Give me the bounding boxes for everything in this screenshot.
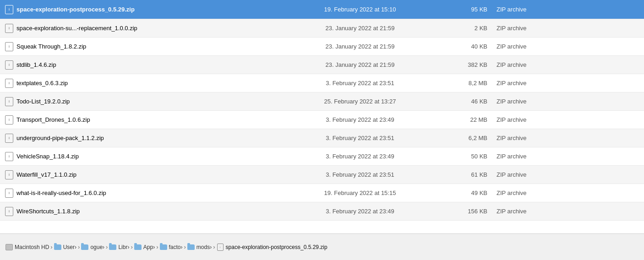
file-type: ZIP archive [493, 43, 640, 50]
folder-icon [54, 244, 61, 250]
breadcrumb-label: Libr› [118, 244, 129, 250]
statusbar: Macintosh HD›User››ogue››Libr››App››fact… [0, 233, 644, 260]
zip-file-icon: i [4, 134, 15, 143]
table-row[interactable]: iunderground-pipe-pack_1.1.2.zip3. Febru… [0, 129, 644, 147]
zip-icon: i [217, 244, 224, 250]
breadcrumb-separator: › [156, 244, 158, 250]
breadcrumb-label: mods› [196, 244, 212, 250]
table-row[interactable]: iTodo-List_19.2.0.zip25. February 2022 a… [0, 92, 644, 111]
file-type: ZIP archive [493, 98, 640, 105]
file-size: 6,2 MB [438, 135, 493, 141]
file-size: 46 KB [438, 98, 493, 105]
zip-file-icon: i [4, 97, 15, 106]
breadcrumb-item[interactable]: mods› [187, 244, 212, 250]
zip-file-icon: i [4, 24, 15, 33]
table-row[interactable]: istdlib_1.4.6.zip23. January 2022 at 21:… [0, 56, 644, 74]
breadcrumb-label: Macintosh HD [15, 244, 49, 250]
folder-icon [109, 244, 116, 250]
file-date: 3. February 2022 at 23:49 [282, 208, 438, 215]
breadcrumb-separator: › [184, 244, 186, 250]
file-date: 25. February 2022 at 13:27 [282, 98, 438, 105]
file-size: 8,2 MB [438, 80, 493, 87]
zip-file-icon: i [4, 152, 15, 161]
breadcrumb-label: ogue› [90, 244, 104, 250]
breadcrumb-separator: › [131, 244, 132, 250]
breadcrumb-item[interactable]: User› [54, 244, 76, 250]
file-name: Squeak Through_1.8.2.zip [16, 43, 282, 50]
file-name: VehicleSnap_1.18.4.zip [16, 153, 282, 160]
zip-file-icon: i [4, 60, 15, 70]
file-name: Transport_Drones_1.0.6.zip [16, 116, 282, 123]
file-size: 61 KB [438, 171, 493, 178]
breadcrumb-item[interactable]: ispace-exploration-postprocess_0.5.29.zi… [217, 244, 327, 250]
file-name: stdlib_1.4.6.zip [16, 61, 282, 68]
breadcrumb-item[interactable]: ogue› [81, 244, 104, 250]
file-name: space-exploration-postprocess_0.5.29.zip [16, 6, 282, 13]
file-name: what-is-it-really-used-for_1.6.0.zip [16, 190, 282, 196]
file-size: 95 KB [438, 6, 493, 13]
breadcrumb-separator: › [78, 244, 80, 250]
hard-drive-icon [5, 244, 13, 250]
file-type: ZIP archive [493, 6, 640, 13]
folder-icon [187, 244, 195, 250]
table-row[interactable]: itextplates_0.6.3.zip3. February 2022 at… [0, 74, 644, 92]
table-row[interactable]: iWaterfill_v17_1.1.0.zip3. February 2022… [0, 166, 644, 184]
table-row[interactable]: ispace-exploration-postprocess_0.5.29.zi… [0, 0, 644, 19]
breadcrumb-separator: › [50, 244, 52, 250]
file-date: 3. February 2022 at 23:49 [282, 116, 438, 123]
file-type: ZIP archive [493, 61, 640, 68]
zip-file-icon: i [4, 79, 15, 88]
file-date: 3. February 2022 at 23:49 [282, 153, 438, 160]
table-row[interactable]: iSqueak Through_1.8.2.zip23. January 202… [0, 38, 644, 56]
breadcrumb-label: space-exploration-postprocess_0.5.29.zip [226, 244, 327, 250]
breadcrumb: Macintosh HD›User››ogue››Libr››App››fact… [5, 244, 327, 250]
file-type: ZIP archive [493, 153, 640, 160]
file-size: 50 KB [438, 153, 493, 160]
breadcrumb-item[interactable]: Libr› [109, 244, 129, 250]
file-type: ZIP archive [493, 80, 640, 87]
file-size: 22 MB [438, 116, 493, 123]
zip-file-icon: i [4, 115, 15, 125]
file-name: Todo-List_19.2.0.zip [16, 98, 282, 105]
file-size: 40 KB [438, 43, 493, 50]
table-row[interactable]: iVehicleSnap_1.18.4.zip3. February 2022 … [0, 147, 644, 166]
file-date: 3. February 2022 at 23:51 [282, 80, 438, 87]
zip-file-icon: i [4, 5, 15, 14]
file-name: WireShortcuts_1.1.8.zip [16, 208, 282, 215]
breadcrumb-separator: › [106, 244, 108, 250]
file-type: ZIP archive [493, 135, 640, 141]
file-name: Waterfill_v17_1.1.0.zip [16, 171, 282, 178]
file-date: 3. February 2022 at 23:51 [282, 135, 438, 141]
breadcrumb-item[interactable]: App› [134, 244, 155, 250]
file-type: ZIP archive [493, 116, 640, 123]
file-type: ZIP archive [493, 25, 640, 32]
file-size: 382 KB [438, 61, 493, 68]
breadcrumb-separator: › [213, 244, 215, 250]
file-date: 23. January 2022 at 21:59 [282, 61, 438, 68]
file-list-container: ispace-exploration-postprocess_0.5.29.zi… [0, 0, 644, 233]
file-size: 156 KB [438, 208, 493, 215]
file-type: ZIP archive [493, 171, 640, 178]
breadcrumb-label: facto› [169, 244, 183, 250]
breadcrumb-label: App› [143, 244, 155, 250]
breadcrumb-item[interactable]: facto› [160, 244, 183, 250]
folder-icon [81, 244, 88, 250]
breadcrumb-item[interactable]: Macintosh HD [5, 244, 49, 250]
zip-file-icon: i [4, 170, 15, 179]
file-type: ZIP archive [493, 208, 640, 215]
file-name: textplates_0.6.3.zip [16, 80, 282, 87]
file-date: 23. January 2022 at 21:59 [282, 43, 438, 50]
file-date: 19. February 2022 at 15:10 [282, 6, 438, 13]
file-size: 2 KB [438, 25, 493, 32]
table-row[interactable]: iWireShortcuts_1.1.8.zip3. February 2022… [0, 202, 644, 221]
zip-file-icon: i [4, 42, 15, 51]
table-row[interactable]: iTransport_Drones_1.0.6.zip3. February 2… [0, 111, 644, 129]
file-size: 49 KB [438, 190, 493, 196]
zip-file-icon: i [4, 207, 15, 216]
table-row[interactable]: ispace-exploration-su...-replacement_1.0… [0, 19, 644, 38]
file-type: ZIP archive [493, 190, 640, 196]
file-date: 3. February 2022 at 23:51 [282, 171, 438, 178]
file-name: underground-pipe-pack_1.1.2.zip [16, 135, 282, 141]
table-row[interactable]: iwhat-is-it-really-used-for_1.6.0.zip19.… [0, 184, 644, 202]
folder-icon [134, 244, 142, 250]
